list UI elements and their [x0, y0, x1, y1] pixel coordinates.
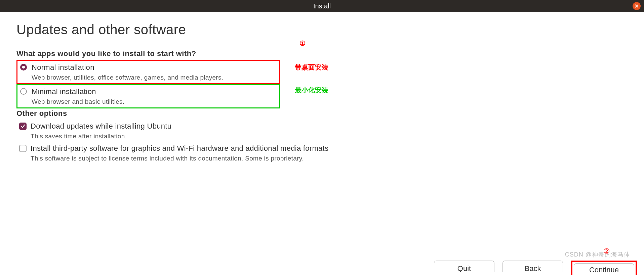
quit-button[interactable]: Quit	[434, 261, 494, 272]
content-area: Updates and other software What apps wou…	[0, 12, 644, 275]
download-updates-checkbox[interactable]	[19, 123, 27, 130]
normal-install-option[interactable]: Normal installation Web browser, utiliti…	[16, 60, 280, 84]
normal-install-radio[interactable]	[20, 64, 27, 71]
annotation-normal-note: 带桌面安装	[295, 63, 328, 72]
titlebar: Install	[0, 0, 644, 12]
download-updates-label: Download updates while installing Ubuntu	[31, 122, 171, 131]
annotation-minimal-note: 最小化安装	[295, 86, 328, 95]
normal-install-label: Normal installation	[32, 63, 223, 72]
close-icon	[635, 4, 639, 8]
footer-buttons: Quit Back Continue	[0, 261, 644, 275]
checkmark-icon	[21, 124, 25, 129]
download-updates-desc: This saves time after installation.	[31, 133, 171, 140]
window-title: Install	[313, 2, 331, 10]
thirdparty-option[interactable]: Install third-party software for graphic…	[16, 142, 628, 164]
back-button[interactable]: Back	[502, 261, 563, 272]
close-button[interactable]	[633, 2, 641, 10]
options-area: What apps would you like to install to s…	[16, 49, 628, 164]
watermark: CSDN @神奇的海马体	[565, 250, 630, 259]
other-options-heading: Other options	[16, 109, 628, 118]
minimal-install-radio[interactable]	[20, 88, 27, 95]
annotation-circle-1: ①	[299, 39, 306, 47]
continue-highlight-box: Continue	[571, 261, 637, 275]
minimal-install-text: Minimal installation Web browser and bas…	[32, 87, 124, 105]
minimal-install-option[interactable]: Minimal installation Web browser and bas…	[16, 84, 280, 108]
download-updates-text: Download updates while installing Ubuntu…	[31, 122, 171, 140]
thirdparty-desc: This software is subject to license term…	[31, 155, 328, 162]
minimal-install-label: Minimal installation	[32, 87, 124, 96]
thirdparty-checkbox[interactable]	[19, 145, 27, 152]
apps-heading: What apps would you like to install to s…	[16, 49, 628, 58]
continue-button[interactable]: Continue	[574, 263, 634, 273]
normal-install-desc: Web browser, utilities, office software,…	[32, 74, 223, 81]
thirdparty-label: Install third-party software for graphic…	[31, 144, 328, 153]
minimal-install-desc: Web browser and basic utilities.	[32, 98, 124, 105]
normal-install-text: Normal installation Web browser, utiliti…	[32, 63, 223, 81]
thirdparty-text: Install third-party software for graphic…	[31, 144, 328, 162]
download-updates-option[interactable]: Download updates while installing Ubuntu…	[16, 120, 628, 142]
page-title: Updates and other software	[16, 22, 628, 37]
